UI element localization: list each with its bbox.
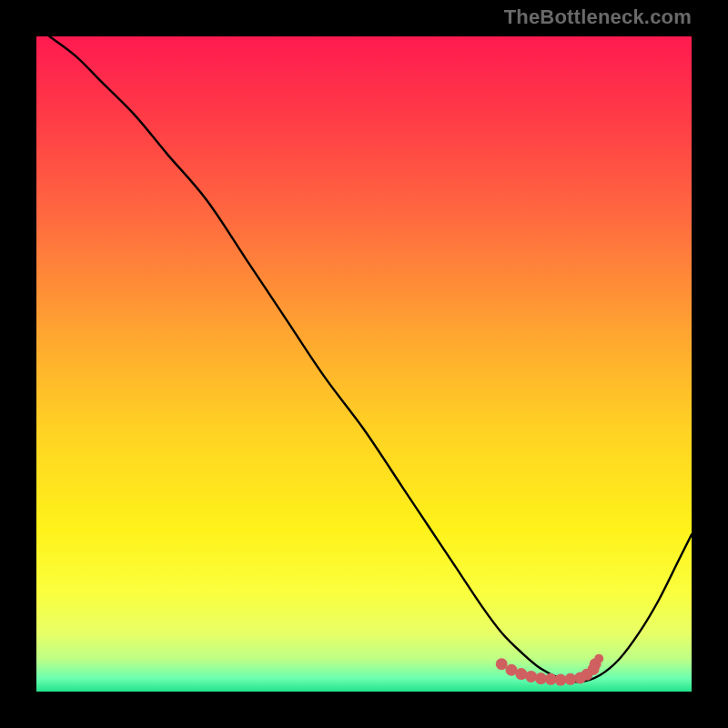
chart-container: TheBottleneck.com [0,0,728,728]
chart-svg [36,36,692,692]
marker-dot [496,658,508,670]
marker-dot [525,671,537,682]
bottleneck-curve [49,36,692,682]
plot-area [36,36,692,692]
marker-dot-end [594,654,603,663]
watermark-label: TheBottleneck.com [504,5,692,29]
